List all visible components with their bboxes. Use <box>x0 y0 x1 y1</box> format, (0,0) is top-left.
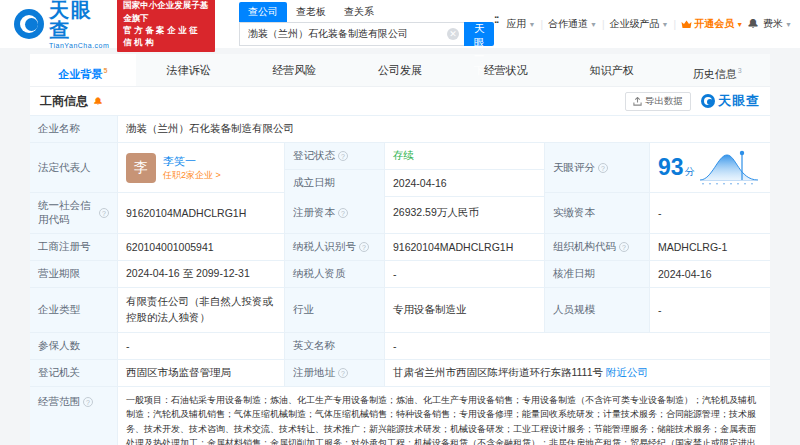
info-icon[interactable]: ? <box>338 151 348 161</box>
table-row: 统一社会信用代码? 91620104MADHCLRG1H 注册资本? 26932… <box>30 193 770 234</box>
tab-intellectual-property[interactable]: 知识产权 <box>559 54 665 86</box>
org-code-value: MADHCLRG-1 <box>650 234 770 261</box>
nearby-companies-link[interactable]: 附近公司 <box>606 366 648 380</box>
info-icon[interactable]: ? <box>619 242 629 252</box>
reg-address-label: 注册地址? <box>285 360 385 387</box>
taxpayer-quality-label: 纳税人资质 <box>285 261 385 288</box>
reg-authority-value: 西固区市场监督管理局 <box>118 360 285 387</box>
nav-apps[interactable]: 应用▼ <box>494 17 535 31</box>
nav-user-label: 费米 <box>763 17 783 31</box>
score-curve-chart <box>698 149 760 187</box>
table-row: 参保人数 - 英文名称 - <box>30 333 770 360</box>
search-block: 查公司 查老板 查关系 ✕ 天眼一下 <box>239 2 495 46</box>
table-row: 工商注册号 620104001005941 纳税人识别号? 91620104MA… <box>30 234 770 261</box>
search-tab-boss[interactable]: 查老板 <box>287 2 335 22</box>
legal-rep-avatar[interactable]: 李 <box>126 153 156 183</box>
profile-tab-bar: 企业背景5 法律诉讼 经营风险 公司发展 经营状况 知识产权 历史信息3 <box>30 54 770 87</box>
english-name-value: - <box>385 333 770 360</box>
nav-vip-upgrade[interactable]: 开通会员▼ <box>681 17 743 31</box>
table-row: 企业名称 渤装（兰州）石化装备制造有限公司 <box>30 116 770 143</box>
app-grid-icon <box>494 20 503 29</box>
nav-separator: | <box>540 19 543 30</box>
info-icon[interactable]: ? <box>338 368 348 378</box>
monitor-bell-icon[interactable]: 🔔︎ <box>93 96 103 107</box>
info-icon[interactable]: ? <box>359 242 369 252</box>
search-tab-relation[interactable]: 查关系 <box>335 2 383 22</box>
nav-cooperation[interactable]: 合作通道▼ <box>548 17 597 31</box>
business-term-value: 2024-04-16 至 2099-12-31 <box>118 261 285 288</box>
approval-date-value: 2024-04-16 <box>650 261 770 288</box>
reg-address-value: 甘肃省兰州市西固区陈坪街道环行东路1111号 附近公司 <box>385 360 770 387</box>
section-title: 工商信息 <box>40 93 88 110</box>
taxpayer-id-value: 91620104MADHCLRG1H <box>385 234 545 261</box>
nav-separator: | <box>674 19 677 30</box>
nav-apps-label: 应用 <box>506 17 526 31</box>
tab-company-background[interactable]: 企业背景5 <box>30 54 136 86</box>
section-header: 工商信息 🔔︎ 导出数据 天眼查 <box>30 87 770 115</box>
badge-line2: 官方备案企业征信机构 <box>123 24 209 49</box>
staff-size-label: 人员规模 <box>545 288 650 333</box>
table-row: 经营范围? 一般项目：石油钻采专用设备制造；炼油、化工生产专用设备制造；炼油、化… <box>30 387 770 445</box>
table-row: 营业期限 2024-04-16 至 2099-12-31 纳税人资质 - 核准日… <box>30 261 770 288</box>
tab-operational-risk[interactable]: 经营风险 <box>241 54 347 86</box>
company-name-label: 企业名称 <box>30 116 118 143</box>
company-type-value: 有限责任公司（非自然人投资或控股的法人独资） <box>118 288 285 333</box>
company-type-label: 企业类型 <box>30 288 118 333</box>
business-term-label: 营业期限 <box>30 261 118 288</box>
nav-enterprise-products[interactable]: 企业级产品▼ <box>610 17 669 31</box>
logo-domain-text: TianYanCha.com <box>49 42 109 49</box>
legal-rep-name-link[interactable]: 李笑一 <box>163 154 221 169</box>
legal-rep-positions-link[interactable]: 任职2家企业 > <box>163 169 221 182</box>
export-icon <box>633 97 642 106</box>
reg-capital-label: 注册资本? <box>285 193 385 234</box>
crown-icon <box>681 20 692 29</box>
info-icon[interactable]: ? <box>338 208 348 218</box>
credit-code-value: 91620104MADHCLRG1H <box>118 193 285 234</box>
tab-company-development[interactable]: 公司发展 <box>347 54 453 86</box>
export-data-button[interactable]: 导出数据 <box>625 92 691 111</box>
legal-rep-label: 法定代表人 <box>30 143 118 193</box>
tab-legal-proceedings[interactable]: 法律诉讼 <box>136 54 242 86</box>
score-unit: 分 <box>685 165 695 179</box>
company-profile-card: 企业背景5 法律诉讼 经营风险 公司发展 经营状况 知识产权 历史信息3 工商信… <box>30 54 770 445</box>
insured-count-label: 参保人数 <box>30 333 118 360</box>
notification-bell-icon[interactable]: 🔔︎ <box>747 17 759 31</box>
taxpayer-quality-value: - <box>385 261 545 288</box>
clear-search-icon[interactable]: ✕ <box>447 28 459 40</box>
approval-date-label: 核准日期 <box>545 261 650 288</box>
business-info-table: 企业名称 渤装（兰州）石化装备制造有限公司 法定代表人 李 李笑一 任职2家企业… <box>30 115 770 445</box>
reg-number-label: 工商注册号 <box>30 234 118 261</box>
tianyancha-logo-icon <box>14 9 44 39</box>
tianyancha-watermark-logo: 天眼查 <box>701 92 760 110</box>
paid-capital-label: 实缴资本 <box>545 193 650 234</box>
search-tab-company[interactable]: 查公司 <box>239 2 287 22</box>
search-button[interactable]: 天眼一下 <box>464 22 495 46</box>
score-value-cell[interactable]: 93 分 <box>650 143 770 193</box>
industry-label: 行业 <box>285 288 385 333</box>
score-number: 93 <box>658 156 684 179</box>
tianyancha-logo[interactable]: 天眼查 TianYanCha.com <box>14 0 109 49</box>
table-row: 登记机关 西固区市场监督管理局 注册地址? 甘肃省兰州市西固区陈坪街道环行东路1… <box>30 360 770 387</box>
tab-operating-status[interactable]: 经营状况 <box>453 54 559 86</box>
info-icon[interactable]: ? <box>598 163 608 173</box>
reg-authority-label: 登记机关 <box>30 360 118 387</box>
taxpayer-id-label: 纳税人识别号? <box>285 234 385 261</box>
reg-status-value: 存续 <box>385 143 545 170</box>
credit-code-label: 统一社会信用代码? <box>30 193 118 234</box>
industry-value: 专用设备制造业 <box>385 288 545 333</box>
business-scope-value: 一般项目：石油钻采专用设备制造；炼油、化工生产专用设备制造；炼油、化工生产专用设… <box>118 387 770 445</box>
reg-address-text: 甘肃省兰州市西固区陈坪街道环行东路1111号 <box>393 366 603 380</box>
export-label: 导出数据 <box>645 95 683 108</box>
tab-history-info[interactable]: 历史信息3 <box>664 54 770 86</box>
english-name-label: 英文名称 <box>285 333 385 360</box>
table-row: 企业类型 有限责任公司（非自然人投资或控股的法人独资） 行业 专用设备制造业 人… <box>30 288 770 333</box>
nav-user-account[interactable]: 费米▼ <box>763 17 792 31</box>
logo-brand-text: 天眼查 <box>49 0 109 40</box>
gov-certification-badge: 国家中小企业发展子基金旗下 官方备案企业征信机构 <box>117 0 215 52</box>
info-icon[interactable]: ? <box>83 397 93 407</box>
reg-number-value: 620104001005941 <box>118 234 285 261</box>
info-icon[interactable]: ? <box>99 208 109 218</box>
nav-vip-label: 开通会员 <box>694 17 734 31</box>
nav-cooperation-label: 合作通道 <box>548 17 588 31</box>
search-input[interactable] <box>239 22 464 46</box>
